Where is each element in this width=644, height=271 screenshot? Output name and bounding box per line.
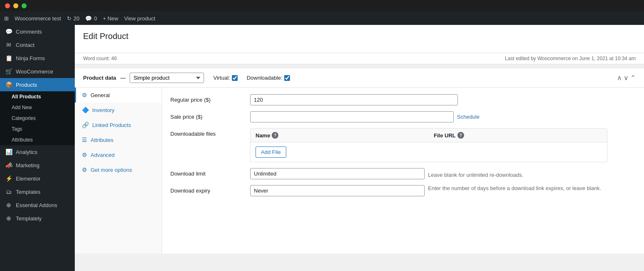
download-expiry-row: Download expiry Enter the number of days… xyxy=(170,185,636,196)
content-area: Edit Product Word count: 46 Last edited … xyxy=(75,25,644,271)
product-data-header: Product data — Simple product Variable p… xyxy=(75,68,644,88)
linked-products-tab-label: Linked Products xyxy=(92,122,131,128)
attributes-label: Attributes xyxy=(12,137,33,143)
word-count-bar: Word count: 46 Last edited by Woocommerc… xyxy=(75,53,644,64)
regular-price-input[interactable] xyxy=(250,94,458,105)
sidebar-item-add-new[interactable]: Add New xyxy=(0,102,75,113)
sidebar-item-elementor[interactable]: ⚡ Elementor xyxy=(0,172,75,185)
woocommerce-icon: 🛒 xyxy=(5,68,12,75)
download-expiry-label: Download expiry xyxy=(170,185,245,194)
collapse-toggle-icon[interactable]: ⌃ xyxy=(630,74,636,82)
regular-price-input-wrapper xyxy=(250,94,636,105)
schedule-link[interactable]: Schedule xyxy=(457,114,479,120)
wp-logo[interactable]: ⊞ xyxy=(4,15,9,22)
sidebar-item-tags[interactable]: Tags xyxy=(0,124,75,134)
maximize-button[interactable] xyxy=(22,3,27,8)
tab-inventory[interactable]: 🔷 Inventory xyxy=(75,103,162,117)
sidebar-item-analytics[interactable]: 📊 Analytics xyxy=(0,145,75,159)
sidebar-item-templately[interactable]: ⊕ Templately xyxy=(0,212,75,225)
tags-label: Tags xyxy=(12,126,22,132)
sidebar-item-all-products[interactable]: All Products xyxy=(0,91,75,102)
downloadable-label: Downloadable: xyxy=(247,75,290,81)
name-help-icon[interactable]: ? xyxy=(272,132,278,139)
collapse-down-icon[interactable]: ∨ xyxy=(624,74,629,82)
sidebar: 💬 Comments ✉ Contact 📋 Ninja Forms 🛒 Woo… xyxy=(0,25,75,271)
virtual-text: Virtual: xyxy=(213,75,230,81)
contact-icon: ✉ xyxy=(5,42,12,48)
sidebar-item-templates[interactable]: 🗂 Templates xyxy=(0,185,75,198)
tab-advanced[interactable]: ⚙ Advanced xyxy=(75,147,162,162)
download-expiry-hint: Enter the number of days before a downlo… xyxy=(428,185,601,191)
dl-files-header: Name ? File URL ? xyxy=(251,129,607,142)
sidebar-item-essential-addons[interactable]: ⊕ Essential Addons xyxy=(0,198,75,212)
product-data-label: Product data xyxy=(83,75,116,81)
sidebar-item-label: Contact xyxy=(16,42,34,48)
download-expiry-input[interactable] xyxy=(250,185,425,196)
downloadable-checkbox[interactable] xyxy=(284,75,290,81)
site-name[interactable]: Woocommerce test xyxy=(15,15,61,22)
linked-products-tab-icon: 🔗 xyxy=(82,122,89,128)
add-new-label: Add New xyxy=(12,105,32,110)
new-button[interactable]: + New xyxy=(103,15,118,22)
sidebar-item-label: Elementor xyxy=(16,176,40,182)
comments-icon: 💬 xyxy=(5,28,12,35)
product-type-select[interactable]: Simple product Variable product Grouped … xyxy=(130,73,204,83)
tab-get-more-options[interactable]: ⚙ Get more options xyxy=(75,162,162,177)
file-url-help-icon[interactable]: ? xyxy=(457,132,464,139)
download-expiry-input-wrapper: Enter the number of days before a downlo… xyxy=(250,185,636,196)
tab-attributes[interactable]: ☰ Attributes xyxy=(75,132,162,147)
file-url-col-label: File URL xyxy=(434,132,456,139)
downloadable-text: Downloadable: xyxy=(247,75,283,81)
new-label: + New xyxy=(103,15,118,22)
get-more-tab-icon: ⚙ xyxy=(82,166,87,173)
sidebar-item-contact[interactable]: ✉ Contact xyxy=(0,38,75,51)
app-body: 💬 Comments ✉ Contact 📋 Ninja Forms 🛒 Woo… xyxy=(0,25,644,271)
close-button[interactable] xyxy=(5,3,10,8)
tab-general[interactable]: ⚙ General xyxy=(75,88,162,103)
sidebar-item-marketing[interactable]: 📣 Marketing xyxy=(0,159,75,172)
dl-files-body: Add File xyxy=(251,142,607,162)
sidebar-item-label: Templately xyxy=(16,215,42,222)
advanced-tab-label: Advanced xyxy=(91,152,115,158)
collapse-up-icon[interactable]: ∧ xyxy=(617,74,622,82)
product-tabs: ⚙ General 🔷 Inventory 🔗 Linked Products … xyxy=(75,88,162,254)
sidebar-item-attributes[interactable]: Attributes xyxy=(0,134,75,145)
sidebar-item-ninja-forms[interactable]: 📋 Ninja Forms xyxy=(0,51,75,65)
page-title: Edit Product xyxy=(83,32,636,41)
add-file-button[interactable]: Add File xyxy=(256,146,286,158)
marketing-icon: 📣 xyxy=(5,162,12,168)
sale-price-input[interactable] xyxy=(250,111,454,122)
sidebar-item-label: Products xyxy=(16,82,37,88)
word-count: Word count: 46 xyxy=(83,56,117,61)
minimize-button[interactable] xyxy=(13,3,18,8)
update-icon: ↻ xyxy=(67,15,71,22)
sidebar-item-categories[interactable]: Categories xyxy=(0,113,75,124)
product-data-body: ⚙ General 🔷 Inventory 🔗 Linked Products … xyxy=(75,88,644,254)
download-limit-input[interactable] xyxy=(250,168,425,179)
view-product-link[interactable]: View product xyxy=(124,15,155,22)
general-tab-label: General xyxy=(91,92,110,98)
elementor-icon: ⚡ xyxy=(5,175,12,182)
sidebar-item-label: Ninja Forms xyxy=(16,55,45,61)
sidebar-item-products[interactable]: 📦 Products xyxy=(0,78,75,91)
templately-icon: ⊕ xyxy=(5,215,12,222)
download-limit-row: Download limit Leave blank for unlimited… xyxy=(170,168,636,179)
downloadable-files-label: Downloadable files xyxy=(170,128,245,137)
comments[interactable]: 💬 0 xyxy=(85,15,97,22)
virtual-checkbox[interactable] xyxy=(232,75,238,81)
categories-label: Categories xyxy=(12,115,36,121)
updates[interactable]: ↻ 20 xyxy=(67,15,79,22)
inventory-tab-label: Inventory xyxy=(92,107,114,113)
regular-price-label: Regular price ($) xyxy=(170,94,245,103)
wp-icon: ⊞ xyxy=(4,15,9,22)
tab-linked-products[interactable]: 🔗 Linked Products xyxy=(75,117,162,132)
name-col-label: Name xyxy=(256,132,270,139)
templates-icon: 🗂 xyxy=(5,188,12,195)
sidebar-item-comments[interactable]: 💬 Comments xyxy=(0,25,75,38)
page-header: Edit Product xyxy=(75,25,644,53)
sidebar-item-woocommerce[interactable]: 🛒 WooCommerce xyxy=(0,65,75,78)
regular-price-row: Regular price ($) xyxy=(170,94,636,105)
download-limit-label: Download limit xyxy=(170,168,245,177)
sale-price-row: Sale price ($) Schedule xyxy=(170,111,636,122)
get-more-tab-label: Get more options xyxy=(91,167,132,173)
